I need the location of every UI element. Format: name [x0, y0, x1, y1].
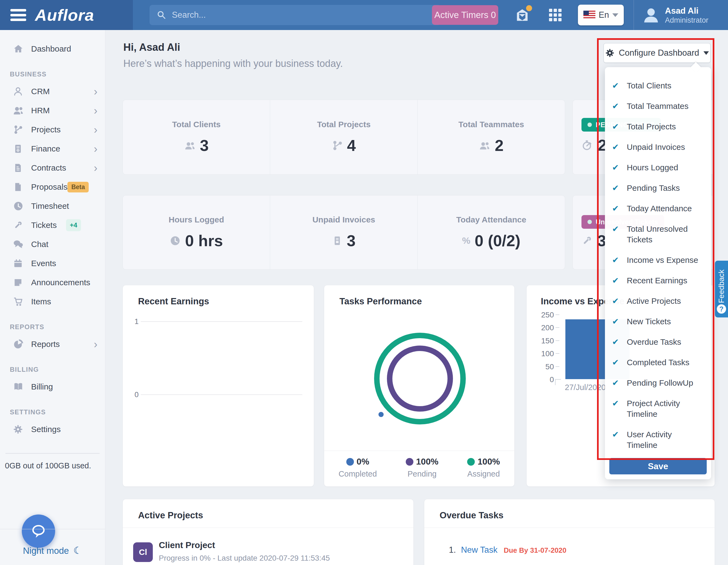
sidebar-item-tickets[interactable]: Tickets +4 [0, 216, 105, 235]
widget-option-total-teammates[interactable]: ✔Total Teammates [605, 96, 711, 116]
project-name-link[interactable]: Client Project [159, 540, 215, 550]
moon-icon: ☾ [73, 545, 82, 556]
apps-grid-icon[interactable] [549, 9, 562, 21]
widget-option-pending-followup[interactable]: ✔Pending FollowUp [605, 373, 711, 393]
sidebar-item-reports[interactable]: Reports › [0, 335, 105, 354]
stats-row-1: Total Clients 3 Total Projects 4 Total T… [123, 100, 565, 175]
book-icon [13, 381, 24, 392]
widget-option-hours-logged[interactable]: ✔Hours Logged [605, 157, 711, 178]
overdue-tasks-card: Overdue Tasks 1. New Task Due By 31-07-2… [424, 499, 715, 565]
chevron-right-icon: › [94, 164, 97, 172]
tasks-performance-card: Tasks Performance 0% Completed 100% Pend… [324, 285, 515, 487]
widget-option-new-tickets[interactable]: ✔New Tickets [605, 311, 711, 332]
sidebar-item-finance[interactable]: Finance › [0, 139, 105, 158]
user-menu[interactable]: Asad Ali Administrator [634, 0, 721, 30]
sidebar-item-projects[interactable]: Projects › [0, 120, 105, 139]
language-selector[interactable]: En [578, 5, 624, 25]
check-icon: ✔ [612, 378, 621, 388]
sidebar-item-events[interactable]: Events [0, 254, 105, 273]
menu-icon[interactable] [10, 9, 27, 21]
legend-assigned: 100% Assigned [467, 457, 500, 479]
mail-icon[interactable] [515, 7, 529, 23]
legend-dot [467, 458, 475, 466]
dashboard-screen: Auflora Active Timers 0 En [0, 0, 728, 565]
widget-option-income-vs-expense[interactable]: ✔Income vs Expense [605, 250, 711, 270]
widget-option-user-activity-timeline[interactable]: ✔User Activity Timeline [605, 424, 711, 455]
support-chat-button[interactable] [22, 515, 55, 548]
section-title-business: BUSINESS [0, 70, 105, 78]
widget-option-unpaid-invoices[interactable]: ✔Unpaid Invoices [605, 137, 711, 157]
chart-title: Recent Earnings [138, 296, 209, 307]
widget-option-overdue-tasks[interactable]: ✔Overdue Tasks [605, 332, 711, 352]
pie-icon [13, 339, 24, 350]
gridline [141, 395, 302, 395]
language-label: En [599, 10, 609, 20]
logo-block: Auflora [0, 0, 133, 30]
gear-icon [13, 424, 24, 435]
search-input[interactable] [172, 10, 417, 20]
stat-today-attendance: Today Attendance %0 (0/2) [418, 195, 565, 269]
save-button[interactable]: Save [609, 458, 707, 474]
stopwatch-icon [581, 139, 593, 151]
avatar [643, 7, 660, 23]
clock-icon [170, 235, 181, 246]
feedback-tab[interactable]: Feedback ? [715, 261, 728, 318]
wrench-icon [13, 220, 24, 231]
branch-icon [13, 124, 24, 135]
app-logo: Auflora [35, 6, 94, 25]
greeting-subtitle: Here’s what’s happening with your busine… [123, 58, 343, 69]
legend-completed: 0% Completed [339, 457, 377, 479]
active-timers-button[interactable]: Active Timers 0 [432, 5, 498, 25]
completed-dot [378, 412, 384, 417]
night-mode-toggle[interactable]: Night mode☾ [0, 545, 105, 556]
widget-option-active-projects[interactable]: ✔Active Projects [605, 291, 711, 311]
sidebar-item-billing[interactable]: Billing [0, 377, 105, 396]
sidebar-item-announcements[interactable]: Announcements [0, 273, 105, 292]
sidebar-item-dashboard[interactable]: Dashboard [0, 39, 105, 58]
check-icon: ✔ [612, 255, 621, 265]
check-icon: ✔ [612, 337, 621, 347]
task-name-link[interactable]: New Task [461, 545, 497, 555]
users-icon [479, 140, 490, 151]
donut-legend: 0% Completed 100% Pending 100% Assigned [324, 457, 514, 479]
beta-badge: Beta [67, 182, 89, 192]
calendar-icon [13, 258, 24, 269]
check-icon: ✔ [612, 80, 621, 91]
chevron-down-icon [612, 13, 618, 17]
sidebar-item-items[interactable]: Items [0, 292, 105, 311]
search-box[interactable] [150, 5, 441, 25]
user-role: Administrator [665, 16, 708, 25]
status-dot [587, 220, 592, 224]
percent-icon: % [462, 235, 470, 246]
widget-option-total-unresolved-tickets[interactable]: ✔Total Unresolved Tickets [605, 219, 711, 250]
widget-option-pending-tasks[interactable]: ✔Pending Tasks [605, 178, 711, 198]
widget-option-today-attendance[interactable]: ✔Today Attendance [605, 198, 711, 219]
chevron-right-icon: › [94, 340, 97, 348]
sidebar-item-timesheet[interactable]: Timesheet [0, 196, 105, 216]
sidebar-item-hrm[interactable]: HRM › [0, 101, 105, 120]
chevron-right-icon: › [94, 106, 97, 115]
help-icon: ? [717, 304, 726, 314]
check-icon: ✔ [612, 182, 621, 193]
configure-dashboard-button[interactable]: Configure Dashboard [604, 43, 711, 63]
widget-option-project-activity-timeline[interactable]: ✔Project Activity Timeline [605, 393, 711, 424]
sidebar-item-contracts[interactable]: Contracts › [0, 158, 105, 177]
widget-option-recent-earnings[interactable]: ✔Recent Earnings [605, 270, 711, 291]
recent-earnings-card: Recent Earnings 1 0 [123, 285, 314, 487]
status-dot [587, 122, 592, 127]
sidebar-item-proposals[interactable]: Proposals Beta [0, 177, 105, 196]
widget-option-total-clients[interactable]: ✔Total Clients [605, 75, 711, 96]
contract-icon [13, 162, 24, 173]
topbar-actions: Active Timers 0 En Asad Ali [432, 0, 728, 30]
branch-icon [332, 140, 343, 151]
widget-option-completed-tasks[interactable]: ✔Completed Tasks [605, 352, 711, 373]
sidebar-item-chat[interactable]: Chat [0, 235, 105, 254]
check-icon: ✔ [612, 316, 621, 327]
check-icon: ✔ [612, 121, 621, 132]
user-icon [13, 86, 24, 97]
widget-option-total-projects[interactable]: ✔Total Projects [605, 116, 711, 137]
axis-corner [555, 379, 561, 385]
sidebar-item-settings[interactable]: Settings [0, 420, 105, 439]
sidebar-item-crm[interactable]: CRM › [0, 82, 105, 101]
section-title-reports: REPORTS [0, 323, 105, 331]
